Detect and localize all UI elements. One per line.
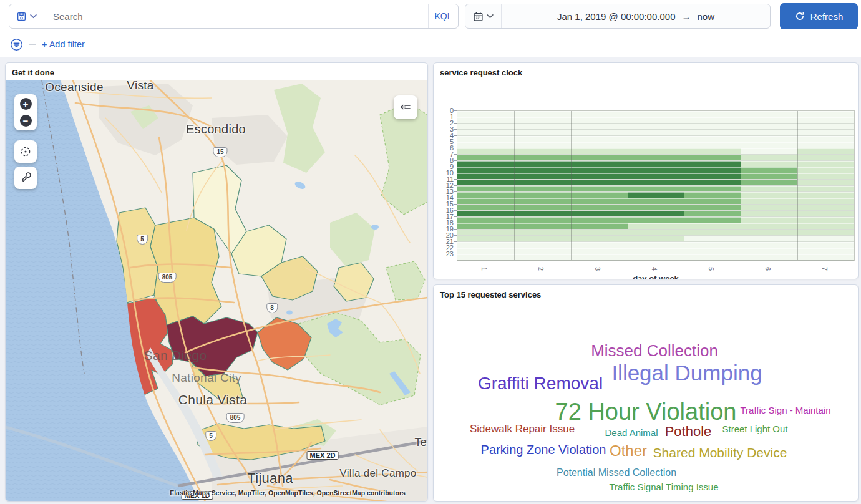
heatmap-cell[interactable] — [514, 142, 571, 148]
heatmap-cell[interactable] — [514, 248, 571, 254]
map-canvas[interactable]: OceansideVistaEscondidoSan DiegoNational… — [6, 80, 427, 502]
heatmap-cell[interactable] — [514, 192, 571, 198]
heatmap-cell[interactable] — [684, 161, 741, 167]
heatmap-cell[interactable] — [571, 205, 628, 210]
heatmap-cell[interactable] — [457, 124, 514, 129]
tag-cloud-word[interactable]: Sidewalk Repair Issue — [470, 423, 575, 435]
heatmap-cell[interactable] — [684, 223, 741, 229]
heatmap-cell[interactable] — [797, 198, 854, 204]
heatmap-cell[interactable] — [741, 186, 797, 191]
heatmap-cell[interactable] — [457, 130, 514, 135]
heatmap-cell[interactable] — [514, 155, 571, 160]
heatmap-cell[interactable] — [628, 211, 684, 216]
heatmap-cell[interactable] — [684, 142, 741, 148]
add-filter-link[interactable]: + Add filter — [42, 39, 85, 49]
tag-cloud-word[interactable]: Missed Collection — [591, 341, 718, 361]
heatmap-cell[interactable] — [514, 205, 571, 210]
heatmap-cell[interactable] — [457, 242, 514, 248]
heatmap-cell[interactable] — [741, 148, 797, 154]
heatmap-cell[interactable] — [514, 124, 571, 129]
heatmap-cell[interactable] — [797, 161, 854, 167]
tag-cloud-word[interactable]: Traffic Signal Timing Issue — [609, 482, 718, 492]
heatmap-cell[interactable] — [628, 230, 684, 235]
heatmap-cell[interactable] — [797, 205, 854, 210]
heatmap-cell[interactable] — [571, 198, 628, 204]
heatmap-cell[interactable] — [684, 167, 741, 173]
heatmap-cell[interactable] — [571, 223, 628, 229]
heatmap-cell[interactable] — [684, 136, 741, 142]
heatmap-cell[interactable] — [457, 223, 514, 229]
heatmap-cell[interactable] — [741, 242, 797, 248]
tag-cloud-word[interactable]: Parking Zone Violation — [481, 443, 606, 457]
heatmap-cell[interactable] — [457, 217, 514, 223]
heatmap-cell[interactable] — [741, 248, 797, 254]
heatmap-cell[interactable] — [514, 236, 571, 241]
heatmap-cell[interactable] — [684, 173, 741, 179]
heatmap-cell[interactable] — [741, 180, 797, 185]
heatmap-cell[interactable] — [457, 155, 514, 160]
heatmap-cell[interactable] — [571, 117, 628, 123]
date-range-start[interactable]: Jan 1, 2019 @ 00:00:00.000 — [557, 11, 676, 22]
heatmap-cell[interactable] — [457, 111, 514, 117]
heatmap-cell[interactable] — [628, 117, 684, 123]
heatmap-cell[interactable] — [571, 236, 628, 241]
heatmap-cell[interactable] — [514, 254, 571, 260]
heatmap-cell[interactable] — [684, 254, 741, 260]
heatmap-cell[interactable] — [457, 205, 514, 210]
heatmap-cell[interactable] — [514, 130, 571, 135]
heatmap-cell[interactable] — [457, 211, 514, 216]
heatmap-cell[interactable] — [571, 211, 628, 216]
heatmap-cell[interactable] — [514, 161, 571, 167]
heatmap-cell[interactable] — [684, 230, 741, 235]
heatmap-cell[interactable] — [457, 167, 514, 173]
heatmap-cell[interactable] — [628, 148, 684, 154]
query-language-button[interactable]: KQL — [428, 4, 458, 28]
heatmap-cell[interactable] — [514, 111, 571, 117]
heatmap-cell[interactable] — [628, 173, 684, 179]
heatmap-cell[interactable] — [628, 217, 684, 223]
heatmap-cell[interactable] — [571, 186, 628, 191]
heatmap-cell[interactable] — [684, 236, 741, 241]
heatmap-cell[interactable] — [684, 130, 741, 135]
heatmap-cell[interactable] — [741, 205, 797, 210]
heatmap-cell[interactable] — [457, 148, 514, 154]
heatmap-cell[interactable] — [628, 142, 684, 148]
heatmap-cell[interactable] — [571, 111, 628, 117]
heatmap-cell[interactable] — [741, 223, 797, 229]
heatmap-cell[interactable] — [628, 180, 684, 185]
heatmap-cell[interactable] — [684, 198, 741, 204]
heatmap-cell[interactable] — [797, 180, 854, 185]
heatmap-cell[interactable] — [514, 167, 571, 173]
heatmap-cell[interactable] — [741, 217, 797, 223]
heatmap-cell[interactable] — [684, 248, 741, 254]
heatmap-cell[interactable] — [797, 155, 854, 160]
refresh-button[interactable]: Refresh — [780, 3, 858, 29]
heatmap-cell[interactable] — [514, 186, 571, 191]
heatmap-cell[interactable] — [684, 111, 741, 117]
heatmap-cell[interactable] — [797, 236, 854, 241]
heatmap-cell[interactable] — [741, 161, 797, 167]
heatmap-cell[interactable] — [797, 211, 854, 216]
date-range-end[interactable]: now — [698, 11, 715, 22]
heatmap-cell[interactable] — [571, 217, 628, 223]
tag-cloud-word[interactable]: Illegal Dumping — [611, 361, 762, 385]
heatmap-cell[interactable] — [684, 180, 741, 185]
heatmap-cell[interactable] — [628, 186, 684, 191]
heatmap-cell[interactable] — [457, 117, 514, 123]
heatmap-cell[interactable] — [571, 130, 628, 135]
tag-cloud-word[interactable]: Other — [610, 442, 647, 460]
heatmap-cell[interactable] — [514, 223, 571, 229]
heatmap-cell[interactable] — [684, 148, 741, 154]
heatmap-cell[interactable] — [571, 161, 628, 167]
heatmap-cell[interactable] — [571, 167, 628, 173]
heatmap-cell[interactable] — [684, 117, 741, 123]
heatmap-cell[interactable] — [684, 242, 741, 248]
heatmap-cell[interactable] — [628, 242, 684, 248]
heatmap-cell[interactable] — [797, 192, 854, 198]
fit-to-data-button[interactable] — [14, 140, 37, 163]
heatmap-cell[interactable] — [457, 248, 514, 254]
heatmap-cell[interactable] — [741, 211, 797, 216]
heatmap-cell[interactable] — [741, 142, 797, 148]
heatmap-cell[interactable] — [457, 192, 514, 198]
heatmap-cell[interactable] — [684, 205, 741, 210]
